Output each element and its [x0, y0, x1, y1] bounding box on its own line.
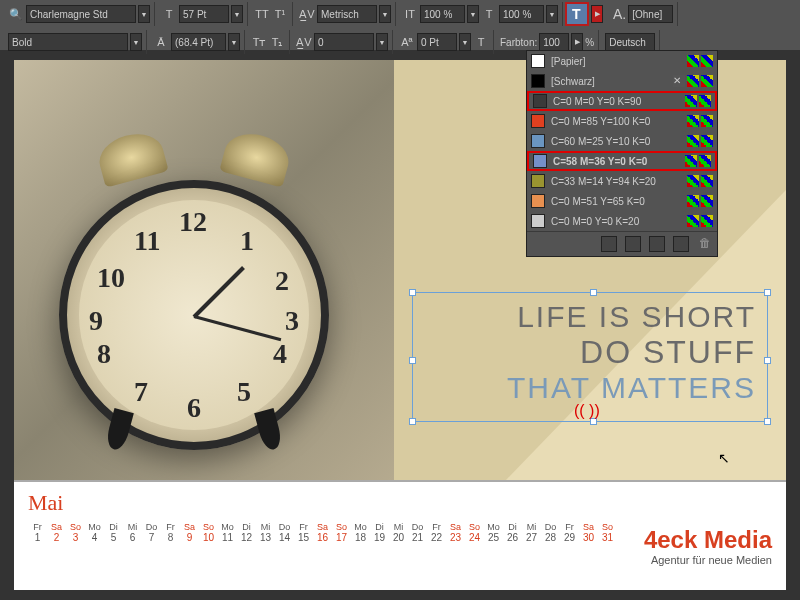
calendar-day: Mi20	[389, 522, 408, 543]
swatch-label: C=60 M=25 Y=10 K=0	[551, 136, 681, 147]
dropdown-icon[interactable]: ▼	[138, 5, 150, 23]
swatch-row[interactable]: [Papier]	[527, 51, 717, 71]
dropdown-icon[interactable]: ▼	[376, 33, 388, 51]
calendar-day: Sa9	[180, 522, 199, 543]
tint-unit: %	[585, 37, 594, 48]
quote-line-3: THAT MATTERS	[424, 371, 756, 405]
clock-8: 8	[97, 338, 111, 370]
swatch-row[interactable]: C=33 M=14 Y=94 K=20	[527, 171, 717, 191]
calendar-day: Mi6	[123, 522, 142, 543]
baseline-input[interactable]	[417, 33, 457, 51]
calendar-day: Mi13	[256, 522, 275, 543]
calendar-day: Di5	[104, 522, 123, 543]
tint-input[interactable]	[539, 33, 569, 51]
kerning-input[interactable]	[317, 5, 377, 23]
calendar-footer: Mai Fr1Sa2So3Mo4Di5Mi6Do7Fr8Sa9So10Mo11D…	[14, 480, 786, 590]
swatches-footer: 🗑	[527, 231, 717, 256]
language-input[interactable]	[605, 33, 655, 51]
swatch-row[interactable]: C=0 M=51 Y=65 K=0	[527, 191, 717, 211]
font-style-input[interactable]	[8, 33, 128, 51]
smallcaps-icon[interactable]: Tᴛ	[251, 34, 267, 50]
calendar-day: Fr22	[427, 522, 446, 543]
dropdown-icon[interactable]: ▼	[459, 33, 471, 51]
calendar-day: So3	[66, 522, 85, 543]
allcaps-icon[interactable]: TT	[254, 6, 270, 22]
color-mode-icon	[687, 195, 699, 207]
new-swatch-button[interactable]	[625, 236, 641, 252]
horz-scale-input[interactable]	[499, 5, 544, 23]
text-fill-button[interactable]	[565, 2, 589, 26]
color-mode-icon	[701, 215, 713, 227]
swatch-chip	[531, 214, 545, 228]
color-mode-icon	[701, 115, 713, 127]
color-mode-icon	[701, 75, 713, 87]
leading-input[interactable]	[171, 33, 226, 51]
skew-icon[interactable]: T	[473, 34, 489, 50]
quote-line-1: LIFE IS SHORT	[424, 300, 756, 334]
color-mode-icon	[685, 95, 697, 107]
clock-2: 2	[275, 265, 289, 297]
vert-scale-input[interactable]	[420, 5, 465, 23]
new-swatch-button[interactable]	[673, 236, 689, 252]
swatch-chip	[533, 154, 547, 168]
font-size-input[interactable]	[179, 5, 229, 23]
trash-icon[interactable]: 🗑	[697, 236, 713, 252]
tracking-input[interactable]	[314, 33, 374, 51]
swatch-chip	[531, 174, 545, 188]
swatch-label: C=58 M=36 Y=0 K=0	[553, 156, 679, 167]
clock-1: 1	[240, 225, 254, 257]
swatch-options-button[interactable]	[601, 236, 617, 252]
clock-10: 10	[97, 262, 125, 294]
swatch-chip	[531, 194, 545, 208]
color-mode-icon	[701, 195, 713, 207]
dropdown-icon[interactable]: ▼	[379, 5, 391, 23]
color-mode-icon	[687, 55, 699, 67]
swatch-row[interactable]: C=58 M=36 Y=0 K=0	[527, 151, 717, 171]
control-panel: 🔍▼ T▼ TTT¹ A̲V▼ IT▼T▼ ▶ A. ▼ Ā▼ TᴛT₁ A̲V…	[0, 0, 800, 50]
dropdown-icon[interactable]: ▼	[546, 5, 558, 23]
swatch-chip	[533, 94, 547, 108]
tracking-icon: A̲V	[296, 34, 312, 50]
quote-text[interactable]: LIFE IS SHORT DO STUFF THAT MATTERS	[424, 300, 756, 405]
charstyle-icon: A.	[613, 6, 626, 22]
calendar-day: Do21	[408, 522, 427, 543]
calendar-day: So24	[465, 522, 484, 543]
color-mode-icon	[701, 135, 713, 147]
font-family-input[interactable]	[26, 5, 136, 23]
swatch-row[interactable]: C=60 M=25 Y=10 K=0	[527, 131, 717, 151]
calendar-day: Di19	[370, 522, 389, 543]
dropdown-icon[interactable]: ▼	[467, 5, 479, 23]
swatch-row[interactable]: C=0 M=85 Y=100 K=0	[527, 111, 717, 131]
kerning-icon: A̲V	[299, 6, 315, 22]
clock-9: 9	[89, 305, 103, 337]
char-style-input[interactable]	[628, 5, 673, 23]
clock-12: 12	[179, 206, 207, 238]
swatch-chip	[531, 134, 545, 148]
clock-7: 7	[134, 376, 148, 408]
vscale-icon: IT	[402, 6, 418, 22]
color-mode-icon	[701, 175, 713, 187]
clock-11: 11	[134, 225, 160, 257]
dropdown-icon[interactable]: ▼	[231, 5, 243, 23]
swatch-row[interactable]: [Schwarz]✕	[527, 71, 717, 91]
swatch-row[interactable]: C=0 M=0 Y=0 K=20	[527, 211, 717, 231]
calendar-day: Fr15	[294, 522, 313, 543]
calendar-day: Do28	[541, 522, 560, 543]
dropdown-icon[interactable]: ▶	[571, 33, 583, 51]
color-mode-icon	[701, 55, 713, 67]
clock-5: 5	[237, 376, 251, 408]
new-swatch-button[interactable]	[649, 236, 665, 252]
clock-3: 3	[285, 305, 299, 337]
swatch-row[interactable]: C=0 M=0 Y=0 K=90	[527, 91, 717, 111]
swatch-label: C=0 M=85 Y=100 K=0	[551, 116, 681, 127]
swatch-label: [Schwarz]	[551, 76, 667, 87]
swatch-label: C=0 M=0 Y=0 K=20	[551, 216, 681, 227]
subscript-icon[interactable]: T₁	[269, 34, 285, 50]
dropdown-icon[interactable]: ▼	[228, 33, 240, 51]
swatch-label: C=0 M=51 Y=65 K=0	[551, 196, 681, 207]
registration-icon: ✕	[673, 75, 685, 87]
superscript-icon[interactable]: T¹	[272, 6, 288, 22]
dropdown-icon[interactable]: ▼	[130, 33, 142, 51]
fill-flyout-icon[interactable]: ▶	[591, 5, 603, 23]
swatch-chip	[531, 54, 545, 68]
